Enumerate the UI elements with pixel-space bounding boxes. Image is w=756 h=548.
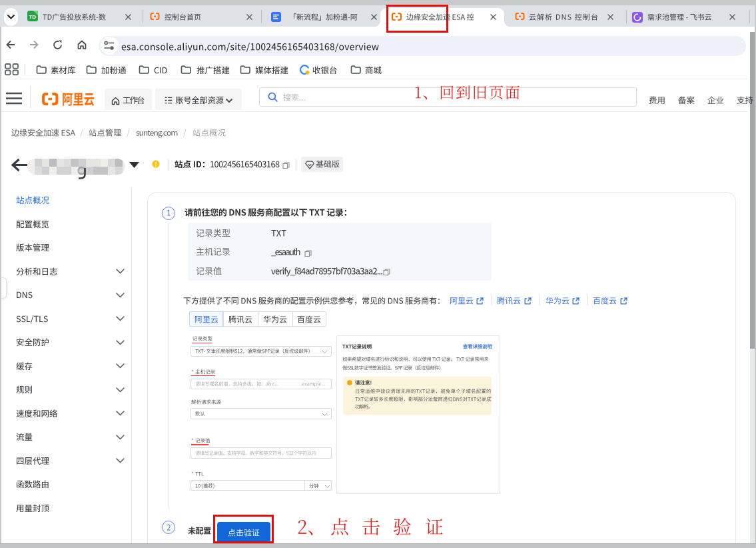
svg-text:TD: TD [29, 14, 36, 20]
